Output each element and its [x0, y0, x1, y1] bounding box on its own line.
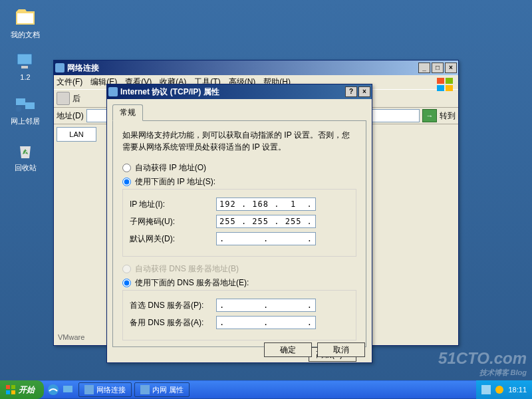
svg-rect-8: [446, 85, 453, 91]
lan-item[interactable]: LAN: [57, 127, 96, 142]
taskbar: 开始 网络连接 内网 属性 18:11: [0, 380, 532, 399]
svg-rect-3: [25, 102, 35, 109]
computer-icon[interactable]: 1.2: [5, 50, 45, 81]
system-tray: 18:11: [476, 380, 532, 399]
ip-fieldset: IP 地址(I): 子网掩码(U): 默认网关(D):: [122, 189, 356, 257]
svg-rect-2: [16, 98, 25, 105]
dns-fieldset: 首选 DNS 服务器(P): 备用 DNS 服务器(A):: [122, 290, 356, 340]
manual-dns-radio[interactable]: [122, 279, 131, 287]
manual-dns-label: 使用下面的 DNS 服务器地址(E):: [135, 277, 249, 289]
ok-button[interactable]: 确定: [264, 342, 312, 357]
network-neighborhood-icon[interactable]: 网上邻居: [5, 93, 45, 126]
desktop-icon[interactable]: [61, 383, 74, 396]
svg-rect-11: [6, 390, 10, 394]
description-text: 如果网络支持此功能，则可以获取自动指派的 IP 设置。否则，您需要从网络系统管理…: [122, 129, 356, 153]
clock[interactable]: 18:11: [508, 386, 527, 394]
svg-rect-1: [21, 66, 28, 68]
svg-rect-5: [437, 78, 444, 84]
auto-ip-radio[interactable]: [122, 164, 131, 172]
maximize-button[interactable]: □: [432, 63, 444, 73]
help-button[interactable]: ?: [345, 86, 357, 97]
svg-rect-15: [481, 385, 491, 394]
manual-ip-radio[interactable]: [122, 178, 131, 186]
recycle-bin-icon[interactable]: 回收站: [5, 140, 45, 173]
tab-content: 如果网络支持此功能，则可以获取自动指派的 IP 设置。否则，您需要从网络系统管理…: [112, 121, 366, 347]
svg-rect-9: [6, 385, 10, 389]
titlebar[interactable]: Internet 协议 (TCP/IP) 属性 ? ×: [107, 84, 372, 99]
app-icon: [108, 87, 118, 96]
dialog-buttons: 确定 取消: [264, 342, 365, 357]
svg-rect-14: [63, 386, 72, 392]
dns1-label: 首选 DNS 服务器(P):: [130, 300, 216, 311]
network-icon: [55, 63, 65, 72]
close-button[interactable]: ×: [445, 63, 457, 73]
dialog-body: 常规 如果网络支持此功能，则可以获取自动指派的 IP 设置。否则，您需要从网络系…: [107, 99, 372, 362]
minimize-button[interactable]: _: [418, 63, 430, 73]
task-network-connections[interactable]: 网络连接: [78, 382, 132, 397]
properties-icon: [140, 385, 150, 394]
task-lan-properties[interactable]: 内网 属性: [134, 382, 190, 397]
tray-icon[interactable]: [481, 385, 491, 394]
label: 回收站: [15, 164, 37, 172]
titlebar[interactable]: 网络连接 _ □ ×: [54, 61, 458, 75]
dns1-input[interactable]: [216, 299, 316, 312]
task-label: 内网 属性: [152, 385, 184, 395]
addr-label: 地址(D): [57, 110, 84, 122]
label: 网上邻居: [11, 117, 40, 125]
task-label: 网络连接: [96, 385, 126, 395]
manual-ip-radio-row[interactable]: 使用下面的 IP 地址(S):: [122, 176, 356, 188]
my-documents-icon[interactable]: 我的文档: [5, 7, 45, 40]
manual-ip-label: 使用下面的 IP 地址(S):: [135, 176, 215, 188]
go-label: 转到: [440, 110, 456, 122]
tab-strip: 常规: [112, 104, 366, 121]
subnet-mask-input[interactable]: [216, 215, 316, 228]
start-label: 开始: [19, 384, 35, 396]
auto-dns-radio: [122, 265, 131, 273]
svg-rect-0: [17, 54, 32, 65]
ip-address-input[interactable]: [216, 198, 316, 211]
network-icon: [84, 385, 94, 394]
label: 1.2: [20, 73, 30, 81]
tcpip-properties-dialog: Internet 协议 (TCP/IP) 属性 ? × 常规 如果网络支持此功能…: [106, 84, 372, 363]
vmware-label: VMware: [58, 333, 84, 341]
windows-logo-icon: [436, 76, 456, 92]
ie-icon[interactable]: [47, 383, 60, 396]
mask-label: 子网掩码(U):: [130, 216, 216, 227]
svg-point-16: [495, 386, 503, 394]
auto-ip-radio-row[interactable]: 自动获得 IP 地址(O): [122, 162, 356, 174]
back-label: 后: [72, 93, 80, 104]
svg-rect-12: [11, 390, 15, 394]
gateway-input[interactable]: [216, 232, 316, 245]
watermark: 51CTO.com 技术博客 Blog: [438, 349, 527, 378]
svg-rect-7: [437, 85, 444, 91]
auto-ip-label: 自动获得 IP 地址(O): [135, 162, 206, 174]
auto-dns-radio-row: 自动获得 DNS 服务器地址(B): [122, 263, 356, 275]
manual-dns-radio-row[interactable]: 使用下面的 DNS 服务器地址(E):: [122, 277, 356, 289]
back-button[interactable]: [57, 92, 70, 105]
sidebar: LAN: [57, 127, 96, 142]
ip-label: IP 地址(I):: [130, 199, 216, 210]
dns2-input[interactable]: [216, 316, 316, 329]
title: 网络连接: [67, 63, 99, 74]
dialog-title: Internet 协议 (TCP/IP) 属性: [120, 86, 219, 98]
tab-general[interactable]: 常规: [112, 104, 143, 121]
close-button[interactable]: ×: [358, 86, 370, 97]
go-button[interactable]: →: [422, 109, 437, 122]
quick-launch: [44, 383, 77, 396]
label: 我的文档: [11, 31, 40, 39]
tray-icon[interactable]: [495, 385, 504, 394]
svg-point-4: [16, 106, 21, 112]
svg-rect-10: [11, 385, 15, 389]
menu-file[interactable]: 文件(F): [57, 76, 82, 88]
svg-rect-6: [446, 78, 453, 84]
start-button[interactable]: 开始: [0, 380, 44, 399]
desktop: 我的文档 1.2 网上邻居 回收站 网络连接 _ □ × 文件(F) 编辑(E)…: [0, 0, 532, 399]
gateway-label: 默认网关(D):: [130, 233, 216, 245]
auto-dns-label: 自动获得 DNS 服务器地址(B): [135, 263, 239, 275]
cancel-button[interactable]: 取消: [317, 342, 365, 357]
dns2-label: 备用 DNS 服务器(A):: [130, 317, 216, 329]
